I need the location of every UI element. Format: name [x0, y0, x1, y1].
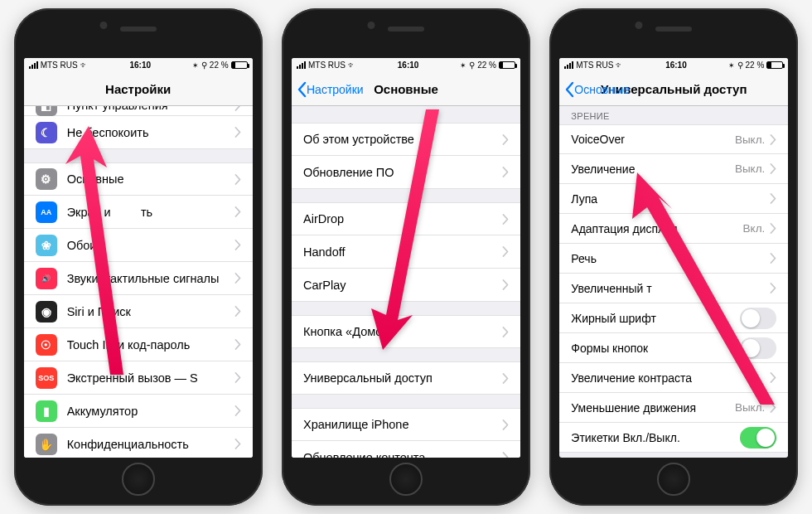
- toggle-switch[interactable]: [740, 427, 776, 449]
- chevron-right-icon: [770, 253, 776, 264]
- settings-row[interactable]: SOS Экстренный вызов — S: [24, 361, 253, 395]
- row-label: Конфиденциальность: [67, 438, 234, 451]
- chevron-right-icon: [502, 373, 509, 384]
- settings-row[interactable]: ✋ Конфиденциальность: [24, 428, 253, 458]
- settings-row[interactable]: Универсальный доступ: [292, 361, 520, 395]
- home-button[interactable]: [122, 463, 155, 496]
- chevron-right-icon: [770, 134, 776, 145]
- back-button[interactable]: Основные: [564, 73, 629, 105]
- row-icon: ❀: [36, 235, 57, 256]
- settings-row[interactable]: Кнопка «Домой»: [292, 315, 520, 348]
- nav-bar: Настройки: [24, 73, 253, 106]
- row-icon: AA: [36, 201, 57, 223]
- settings-row[interactable]: ◉ Siri и Поиск: [24, 295, 253, 328]
- nav-bar: Настройки Основные: [292, 73, 520, 106]
- row-icon: 🔊: [36, 268, 57, 289]
- settings-row: Жирный шрифт: [559, 303, 788, 333]
- chevron-right-icon: [234, 405, 241, 416]
- row-label: Touch ID и код-пароль: [67, 338, 234, 352]
- row-label: Экран и ть: [67, 206, 234, 219]
- chevron-right-icon: [770, 193, 776, 204]
- row-icon: ◉: [36, 301, 57, 322]
- row-label: Не беспокоить: [67, 126, 234, 139]
- row-label: Siri и Поиск: [67, 305, 234, 318]
- row-label: Обои: [67, 239, 234, 252]
- settings-row[interactable]: Лупа: [559, 184, 788, 214]
- settings-row[interactable]: CarPlay: [292, 269, 520, 302]
- settings-row[interactable]: Обновление контента: [292, 441, 520, 458]
- row-icon: ✋: [36, 434, 57, 455]
- settings-row[interactable]: Увеличение контраста: [559, 363, 788, 393]
- row-label: Handoff: [303, 245, 502, 259]
- settings-row[interactable]: Увеличенный т: [559, 274, 788, 303]
- settings-row[interactable]: VoiceOver Выкл.: [559, 124, 788, 154]
- row-label: Аккумулятор: [67, 405, 234, 418]
- row-icon: ☉: [36, 334, 57, 356]
- phone-general: MTS RUS ᯤ 16:10 ✶⚲ 22 % Настройки Основн…: [282, 8, 530, 506]
- row-label: VoiceOver: [571, 133, 735, 146]
- row-label: Обновление контента: [303, 451, 502, 458]
- chevron-right-icon: [502, 279, 509, 290]
- row-value: Выкл.: [735, 401, 765, 414]
- chevron-right-icon: [770, 283, 776, 293]
- settings-row: Формы кнопок: [559, 333, 788, 363]
- chevron-right-icon: [502, 419, 509, 430]
- settings-row[interactable]: Речь: [559, 244, 788, 274]
- settings-row[interactable]: Увеличение Выкл.: [559, 154, 788, 184]
- chevron-right-icon: [234, 174, 241, 185]
- settings-row[interactable]: Об этом устройстве: [292, 123, 520, 156]
- row-icon: ◧: [36, 106, 57, 116]
- chevron-right-icon: [502, 134, 509, 145]
- settings-row[interactable]: AirDrop: [292, 202, 520, 235]
- nav-title: Основные: [374, 82, 438, 96]
- row-label: Обновление ПО: [303, 166, 502, 179]
- row-label: CarPlay: [303, 279, 502, 292]
- row-label: Увеличение: [571, 162, 735, 176]
- back-button[interactable]: Настройки: [297, 73, 364, 105]
- chevron-right-icon: [234, 306, 241, 317]
- row-label: Экстренный вызов — S: [67, 371, 234, 385]
- phone-accessibility: MTS RUS ᯤ 16:10 ✶⚲ 22 % Основные Универс…: [549, 8, 798, 506]
- settings-row[interactable]: Обновление ПО: [292, 156, 520, 189]
- row-label: Хранилище iPhone: [303, 418, 502, 431]
- chevron-right-icon: [234, 372, 241, 383]
- settings-row[interactable]: Адаптация дисплея Вкл.: [559, 214, 788, 244]
- row-label: Адаптация дисплея: [571, 222, 742, 235]
- row-label: Универсальный доступ: [303, 371, 502, 385]
- row-label: Пункт управления: [67, 106, 234, 112]
- chevron-right-icon: [234, 106, 241, 111]
- settings-row[interactable]: ⚙ Основные: [24, 162, 253, 196]
- chevron-right-icon: [770, 223, 776, 234]
- chevron-right-icon: [770, 372, 776, 383]
- settings-row[interactable]: Уменьшение движения Выкл.: [559, 393, 788, 423]
- settings-row[interactable]: AA Экран и ть: [24, 196, 253, 229]
- chevron-right-icon: [770, 402, 776, 413]
- nav-bar: Основные Универсальный доступ: [559, 73, 788, 106]
- settings-row[interactable]: ◧ Пункт управления: [24, 106, 253, 116]
- row-icon: SOS: [36, 367, 57, 389]
- phone-settings: MTS RUS ᯤ 16:10 ✶⚲ 22 % Настройки ◧ Пунк…: [14, 8, 263, 506]
- chevron-right-icon: [502, 452, 509, 458]
- chevron-right-icon: [502, 214, 509, 225]
- home-button[interactable]: [657, 463, 690, 496]
- row-label: AirDrop: [303, 212, 502, 225]
- settings-row[interactable]: ☉ Touch ID и код-пароль: [24, 328, 253, 361]
- row-label: Кнопка «Домой»: [303, 325, 502, 338]
- status-bar: MTS RUS ᯤ 16:10 ✶⚲ 22 %: [559, 58, 788, 73]
- row-icon: ⚙: [36, 168, 57, 190]
- settings-row[interactable]: ☾ Не беспокоить: [24, 116, 253, 149]
- home-button[interactable]: [389, 463, 423, 496]
- status-bar: MTS RUS ᯤ 16:10 ✶⚲ 22 %: [24, 58, 253, 73]
- row-label: Основные: [67, 172, 234, 186]
- chevron-right-icon: [502, 327, 509, 337]
- settings-row[interactable]: 🔊 Звуки, тактильные сигналы: [24, 262, 253, 295]
- toggle-switch[interactable]: [740, 337, 776, 359]
- settings-row[interactable]: Handoff: [292, 235, 520, 269]
- settings-row[interactable]: Хранилище iPhone: [292, 408, 520, 441]
- toggle-switch[interactable]: [740, 308, 776, 329]
- chevron-right-icon: [234, 206, 241, 217]
- row-label: Речь: [571, 252, 770, 265]
- status-bar: MTS RUS ᯤ 16:10 ✶⚲ 22 %: [292, 58, 520, 73]
- settings-row[interactable]: ❀ Обои: [24, 229, 253, 262]
- settings-row[interactable]: ▮ Аккумулятор: [24, 395, 253, 428]
